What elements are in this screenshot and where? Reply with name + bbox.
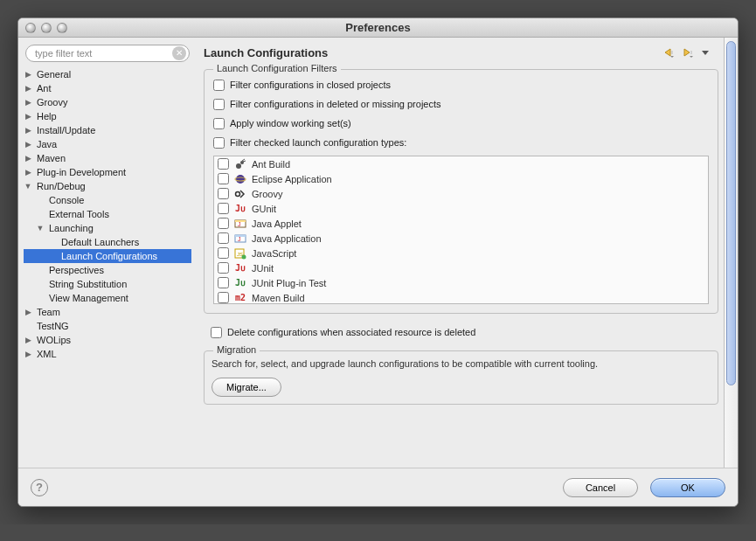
- cancel-button[interactable]: Cancel: [563, 478, 638, 497]
- tree-item[interactable]: Launch Configurations: [24, 249, 191, 263]
- scrollbar-thumb[interactable]: [726, 41, 736, 385]
- migrate-button[interactable]: Migrate...: [212, 378, 281, 397]
- nav-forward-button[interactable]: [678, 45, 694, 59]
- checkbox[interactable]: [213, 137, 225, 149]
- config-type-row[interactable]: Groovy: [214, 186, 708, 201]
- checkbox[interactable]: [211, 327, 222, 338]
- checkbox[interactable]: [218, 188, 229, 199]
- checkbox[interactable]: [218, 203, 229, 214]
- checkbox[interactable]: [213, 80, 225, 91]
- config-type-label: Java Applet: [252, 218, 302, 229]
- tree-item-label: Launch Configurations: [59, 251, 160, 261]
- filter-closed-projects-checkbox[interactable]: Filter configurations in closed projects: [210, 75, 712, 94]
- chevron-right-icon[interactable]: [24, 70, 32, 79]
- chevron-right-icon[interactable]: [24, 84, 32, 93]
- maven-icon: m2: [233, 292, 247, 304]
- tree-item[interactable]: TestNG: [24, 319, 191, 333]
- checkbox[interactable]: [213, 118, 225, 129]
- config-type-label: JUnit Plug-in Test: [252, 278, 326, 288]
- tree-item[interactable]: Java: [24, 137, 191, 151]
- nav-back-button[interactable]: [659, 45, 675, 59]
- filter-config-types-checkbox[interactable]: Filter checked launch configuration type…: [210, 133, 712, 152]
- filter-deleted-projects-checkbox[interactable]: Filter configurations in deleted or miss…: [210, 94, 712, 114]
- tree-item[interactable]: String Substitution: [24, 277, 191, 291]
- chevron-down-icon[interactable]: [24, 182, 32, 191]
- tree-item[interactable]: View Management: [24, 291, 191, 305]
- ok-button[interactable]: OK: [650, 478, 725, 497]
- tree-item[interactable]: Install/Update: [24, 123, 191, 137]
- tree-item-label: View Management: [46, 293, 131, 303]
- tree-item-label: WOLips: [34, 335, 73, 345]
- chevron-right-icon[interactable]: [24, 154, 32, 163]
- tree-item[interactable]: General: [24, 67, 191, 81]
- titlebar[interactable]: Preferences: [18, 18, 738, 38]
- help-button[interactable]: ?: [31, 479, 48, 496]
- apply-working-set-checkbox[interactable]: Apply window working set(s): [210, 114, 712, 133]
- tree-item[interactable]: External Tools: [24, 207, 191, 221]
- checkbox[interactable]: [218, 262, 229, 274]
- checkbox[interactable]: [218, 173, 229, 184]
- config-type-row[interactable]: m2Maven Build: [214, 290, 708, 304]
- config-type-row[interactable]: Ant Build: [214, 156, 708, 171]
- config-type-label: Java Application: [252, 233, 322, 244]
- checkbox[interactable]: [213, 99, 225, 110]
- tree-item[interactable]: Maven: [24, 151, 191, 165]
- tree-item[interactable]: Launching: [24, 221, 191, 235]
- tree-item[interactable]: Run/Debug: [24, 179, 191, 193]
- tree-item[interactable]: Console: [24, 193, 191, 207]
- svg-text:J: J: [238, 221, 241, 227]
- checkbox[interactable]: [218, 158, 229, 170]
- chevron-right-icon[interactable]: [24, 98, 32, 107]
- tree-item[interactable]: Default Launchers: [24, 235, 191, 249]
- groovy-icon: [233, 188, 247, 200]
- tree-item-label: XML: [34, 349, 59, 359]
- config-type-label: Eclipse Application: [252, 174, 332, 184]
- checkbox[interactable]: [218, 292, 229, 303]
- chevron-right-icon[interactable]: [24, 140, 32, 149]
- clear-filter-icon[interactable]: ✕: [172, 46, 186, 60]
- tree-item-label: Groovy: [34, 97, 70, 108]
- tree-item-label: Ant: [34, 83, 54, 94]
- chevron-right-icon[interactable]: [24, 168, 32, 177]
- config-type-row[interactable]: JJava Applet: [214, 216, 708, 231]
- scrollbar[interactable]: [724, 38, 738, 468]
- migration-description: Search for, select, and upgrade launch c…: [212, 358, 711, 369]
- page-title: Launch Configurations: [204, 46, 328, 59]
- tree-item[interactable]: WOLips: [24, 333, 191, 347]
- tree-item-label: Install/Update: [34, 125, 98, 135]
- chevron-right-icon[interactable]: [24, 350, 32, 358]
- config-type-row[interactable]: JSJavaScript: [214, 246, 708, 260]
- config-type-row[interactable]: JᴜJUnit Plug-in Test: [214, 275, 708, 290]
- config-type-row[interactable]: JᴜJUnit: [214, 260, 708, 275]
- view-menu-button[interactable]: [697, 45, 713, 59]
- chevron-right-icon[interactable]: [24, 112, 32, 121]
- chevron-right-icon[interactable]: [24, 308, 32, 316]
- config-types-list[interactable]: Ant BuildEclipse ApplicationGroovyJᴜGUni…: [213, 156, 709, 304]
- chevron-right-icon[interactable]: [24, 336, 32, 344]
- config-type-row[interactable]: JᴜGUnit: [214, 201, 708, 216]
- checkbox[interactable]: [218, 247, 229, 259]
- tree-item[interactable]: Perspectives: [24, 263, 191, 277]
- tree-item[interactable]: Help: [24, 109, 191, 123]
- preferences-tree[interactable]: GeneralAntGroovyHelpInstall/UpdateJavaMa…: [24, 67, 191, 464]
- chevron-right-icon[interactable]: [24, 126, 32, 135]
- tree-item[interactable]: Groovy: [24, 95, 191, 109]
- svg-point-4: [236, 175, 245, 184]
- junit-plugin-icon: Jᴜ: [233, 277, 247, 289]
- delete-when-resource-deleted-checkbox[interactable]: Delete configurations when associated re…: [207, 323, 722, 342]
- label: Delete configurations when associated re…: [227, 327, 475, 337]
- svg-text:J: J: [238, 236, 241, 242]
- tree-item[interactable]: XML: [24, 347, 191, 361]
- tree-item[interactable]: Plug-in Development: [24, 165, 191, 179]
- checkbox[interactable]: [218, 218, 229, 229]
- junit-icon: Jᴜ: [233, 262, 247, 274]
- ant-icon: [233, 158, 247, 170]
- checkbox[interactable]: [218, 232, 229, 244]
- chevron-down-icon[interactable]: [36, 224, 45, 232]
- tree-filter-input[interactable]: [25, 45, 190, 62]
- tree-item[interactable]: Team: [24, 305, 191, 319]
- config-type-row[interactable]: JJava Application: [214, 231, 708, 246]
- config-type-row[interactable]: Eclipse Application: [214, 171, 708, 186]
- checkbox[interactable]: [218, 277, 229, 288]
- tree-item[interactable]: Ant: [24, 81, 191, 95]
